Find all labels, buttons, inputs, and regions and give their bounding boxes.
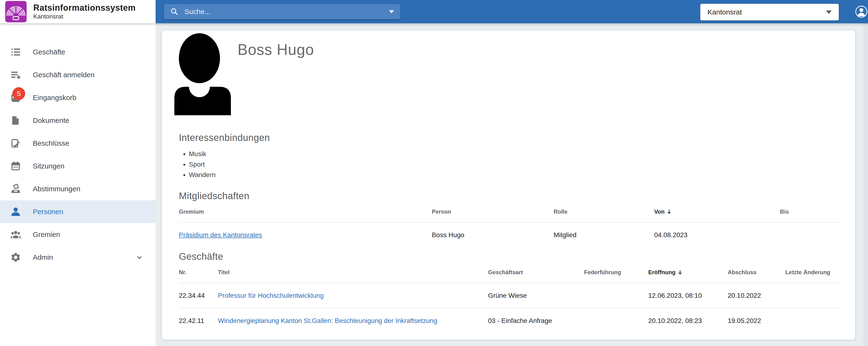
column-header-von[interactable]: Von bbox=[654, 202, 780, 223]
sidebar-item-label: Geschäfte bbox=[33, 48, 65, 56]
profile-header: Boss Hugo bbox=[179, 33, 841, 115]
table-header-row: Nr. Titel Geschäftsart Federführung Eröf… bbox=[179, 262, 841, 283]
geschaefte-table: Nr. Titel Geschäftsart Federführung Eröf… bbox=[179, 262, 841, 333]
cell-nr: 22.42.11 bbox=[179, 308, 218, 333]
sidebar-item-label: Gremien bbox=[33, 231, 60, 238]
sidebar: Geschäfte Geschäft anmelden 5 bbox=[0, 23, 156, 346]
table-row: Präsidium des Kantonsrates Boss Hugo Mit… bbox=[179, 223, 841, 248]
geschaefte-section-title: Geschäfte bbox=[179, 251, 841, 262]
sidebar-item-gremien[interactable]: Gremien bbox=[0, 223, 156, 246]
cell-geschaeftsart: 03 - Einfache Anfrage bbox=[488, 308, 584, 333]
search-icon bbox=[170, 7, 179, 16]
column-header-letzte-aenderung[interactable]: Letzte Änderung bbox=[785, 262, 841, 283]
column-header-person[interactable]: Person bbox=[432, 202, 554, 223]
parliament-logo-icon bbox=[5, 1, 27, 22]
geschaeft-link[interactable]: Windenergieplanung Kanton St.Gallen: Bes… bbox=[218, 317, 437, 324]
interests-section-title: Interessenbindungen bbox=[179, 133, 841, 143]
page-title: Boss Hugo bbox=[238, 41, 314, 58]
search-input[interactable] bbox=[184, 8, 389, 16]
sidebar-item-label: Admin bbox=[33, 253, 53, 261]
scrollbar[interactable] bbox=[863, 23, 868, 346]
cell-letzte-aenderung bbox=[785, 308, 841, 333]
memberships-table: Gremium Person Rolle Von Bis Präsidium d… bbox=[179, 202, 841, 248]
sidebar-item-label: Geschäft anmelden bbox=[33, 71, 95, 79]
playlist-add-icon bbox=[10, 69, 21, 81]
sort-descending-icon bbox=[677, 269, 683, 276]
column-header-rolle[interactable]: Rolle bbox=[554, 202, 654, 223]
cell-abschluss: 20.10.2022 bbox=[727, 283, 785, 308]
gear-icon bbox=[10, 252, 21, 263]
chevron-down-icon bbox=[135, 253, 144, 262]
interests-list: Musik Sport Wandern bbox=[179, 149, 841, 180]
sidebar-item-abstimmungen[interactable]: Abstimmungen bbox=[0, 177, 156, 200]
cell-von: 04.08.2023 bbox=[654, 223, 780, 248]
group-icon bbox=[10, 229, 21, 240]
memberships-section-title: Mitgliedschaften bbox=[179, 191, 841, 201]
table-row: 22.42.11 Windenergieplanung Kanton St.Ga… bbox=[179, 308, 841, 333]
main-area: Geschäfte Geschäft anmelden 5 bbox=[0, 23, 868, 346]
sidebar-item-admin[interactable]: Admin bbox=[0, 246, 156, 269]
app-title: Ratsinformationssystem bbox=[33, 3, 136, 12]
sort-descending-icon bbox=[666, 209, 672, 215]
table-header-row: Gremium Person Rolle Von Bis bbox=[179, 202, 841, 223]
cell-rolle: Mitglied bbox=[554, 223, 654, 248]
person-detail-card: Boss Hugo Interessenbindungen Musik Spor… bbox=[162, 30, 855, 340]
document-icon bbox=[10, 115, 21, 126]
app-header: Ratsinformationssystem Kantonsrat Kanton… bbox=[0, 0, 868, 23]
list-item: Musik bbox=[189, 149, 841, 159]
list-item: Sport bbox=[189, 159, 841, 170]
column-header-gremium[interactable]: Gremium bbox=[179, 202, 432, 223]
list-item: Wandern bbox=[189, 170, 841, 180]
sidebar-item-label: Eingangskorb bbox=[33, 94, 76, 102]
column-header-nr[interactable]: Nr. bbox=[179, 262, 218, 283]
sidebar-item-sitzungen[interactable]: Sitzungen bbox=[0, 155, 156, 177]
avatar bbox=[174, 33, 231, 115]
sidebar-item-personen[interactable]: Personen bbox=[0, 200, 156, 223]
column-header-eroeffnung[interactable]: Eröffnung bbox=[648, 262, 727, 283]
content-area: Boss Hugo Interessenbindungen Musik Spor… bbox=[156, 23, 868, 346]
geschaeft-link[interactable]: Professur für Hochschulentwicklung bbox=[218, 292, 323, 299]
inbox-icon: 5 bbox=[10, 92, 21, 104]
cell-eroeffnung: 12.06.2023, 08:10 bbox=[648, 283, 727, 308]
decision-icon bbox=[10, 138, 21, 149]
sidebar-item-dokumente[interactable]: Dokumente bbox=[0, 109, 156, 132]
dropdown-arrow-icon bbox=[826, 10, 832, 14]
sidebar-item-eingangskorb[interactable]: 5 Eingangskorb bbox=[0, 86, 156, 109]
council-selector-value: Kantonsrat bbox=[707, 8, 742, 16]
cell-eroeffnung: 20.10.2022, 08:23 bbox=[648, 308, 727, 333]
notification-badge: 5 bbox=[12, 87, 25, 100]
sidebar-item-geschaeft-anmelden[interactable]: Geschäft anmelden bbox=[0, 63, 156, 86]
column-header-federfuehrung[interactable]: Federführung bbox=[584, 262, 648, 283]
council-selector[interactable]: Kantonsrat bbox=[700, 4, 839, 21]
column-header-titel[interactable]: Titel bbox=[218, 262, 488, 283]
brand: Ratsinformationssystem Kantonsrat bbox=[0, 0, 156, 23]
cell-bis bbox=[780, 223, 841, 248]
app-subtitle: Kantonsrat bbox=[33, 13, 136, 20]
ballot-icon bbox=[10, 183, 21, 195]
sidebar-item-label: Dokumente bbox=[33, 116, 69, 124]
cell-letzte-aenderung bbox=[785, 283, 841, 308]
sidebar-item-label: Sitzungen bbox=[33, 162, 64, 170]
sidebar-item-label: Personen bbox=[33, 208, 63, 216]
list-icon bbox=[10, 46, 21, 58]
cell-person: Boss Hugo bbox=[432, 223, 554, 248]
cell-federfuehrung bbox=[584, 283, 648, 308]
column-header-geschaeftsart[interactable]: Geschäftsart bbox=[488, 262, 584, 283]
sidebar-item-beschluesse[interactable]: Beschlüsse bbox=[0, 132, 156, 155]
sidebar-item-geschaefte[interactable]: Geschäfte bbox=[0, 40, 156, 63]
search-box[interactable] bbox=[164, 4, 400, 19]
table-row: 22.34.44 Professur für Hochschulentwickl… bbox=[179, 283, 841, 308]
search-dropdown-arrow-icon[interactable] bbox=[389, 10, 394, 13]
sidebar-item-label: Abstimmungen bbox=[33, 185, 80, 193]
person-icon bbox=[10, 206, 21, 218]
sidebar-item-label: Beschlüsse bbox=[33, 139, 69, 147]
cell-geschaeftsart: Grüne Wiese bbox=[488, 283, 584, 308]
cell-federfuehrung bbox=[584, 308, 648, 333]
column-header-bis[interactable]: Bis bbox=[780, 202, 841, 223]
column-header-abschluss[interactable]: Abschluss bbox=[727, 262, 785, 283]
account-icon[interactable] bbox=[855, 5, 868, 18]
gremium-link[interactable]: Präsidium des Kantonsrates bbox=[179, 231, 262, 238]
cell-abschluss: 19.05.2022 bbox=[727, 308, 785, 333]
topbar: Kantonsrat bbox=[156, 0, 868, 23]
cell-nr: 22.34.44 bbox=[179, 283, 218, 308]
